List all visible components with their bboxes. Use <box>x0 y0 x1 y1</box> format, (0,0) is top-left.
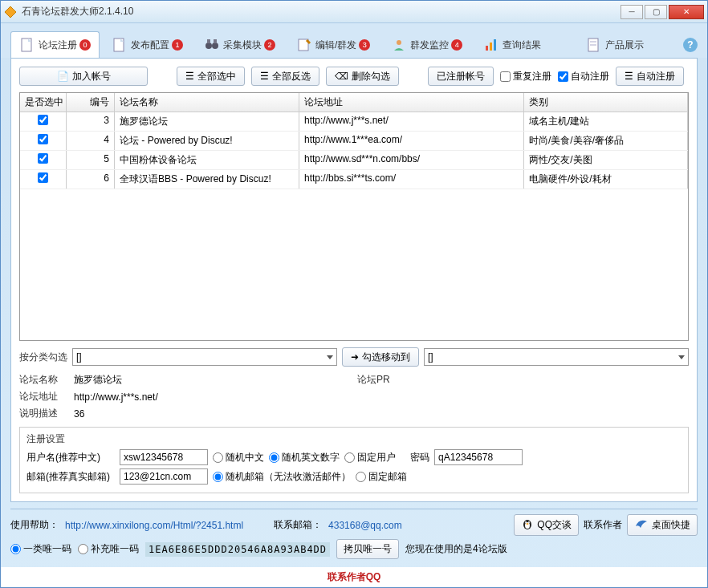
auto-register-button[interactable]: ☰自动注册 <box>616 67 684 86</box>
list-icon: ☰ <box>185 71 194 82</box>
category-filter-combo[interactable]: [] <box>72 348 337 366</box>
tab-label: 产品展示 <box>605 39 644 52</box>
fixed-email-radio[interactable]: 固定邮箱 <box>356 470 407 484</box>
table-row[interactable]: 3施罗德论坛http://www.j***s.net/域名主机/建站 <box>20 112 688 132</box>
row-name: 施罗德论坛 <box>115 112 299 131</box>
row-checkbox[interactable] <box>38 153 48 164</box>
svg-rect-7 <box>207 39 210 43</box>
random-alnum-radio[interactable]: 随机英文数字 <box>269 451 340 464</box>
tab-register[interactable]: 论坛注册 0 <box>10 31 100 58</box>
row-id: 4 <box>67 132 115 150</box>
row-url: http://bbs.si***ts.com/ <box>299 170 524 189</box>
app-icon <box>4 6 17 18</box>
svg-point-11 <box>397 40 401 45</box>
auto-register-checkbox[interactable]: 自动注册 <box>558 70 609 83</box>
repeat-register-checkbox[interactable]: 重复注册 <box>500 70 551 83</box>
forum-url-value: http://www.j***s.net/ <box>74 391 689 403</box>
delete-selected-button[interactable]: ⌫删除勾选 <box>326 67 399 86</box>
qq-chat-button[interactable]: QQ交谈 <box>514 514 579 536</box>
maximize-button[interactable]: ▢ <box>645 5 667 19</box>
list-icon: ☰ <box>260 71 269 82</box>
move-selected-button[interactable]: ➜勾选移动到 <box>342 347 419 367</box>
row-url: http://www.sd***n.com/bbs/ <box>299 151 524 169</box>
list-icon: ☰ <box>625 71 633 82</box>
random-chinese-radio[interactable]: 随机中文 <box>213 451 264 464</box>
svg-point-6 <box>212 43 218 49</box>
svg-rect-14 <box>494 39 496 51</box>
desktop-shortcut-button[interactable]: 桌面快捷 <box>627 514 698 536</box>
row-name: 论坛 - Powered by Discuz! <box>115 132 299 150</box>
col-id[interactable]: 编号 <box>67 93 115 112</box>
forum-url-label: 论坛地址 <box>19 390 67 403</box>
chevron%-down-icon <box>678 355 685 359</box>
col-name[interactable]: 论坛名称 <box>115 93 299 112</box>
user-icon <box>391 37 407 53</box>
tab-badge: 2 <box>264 39 275 51</box>
chevron-down-icon <box>327 355 333 359</box>
row-category: 域名主机/建站 <box>524 112 688 131</box>
col-category[interactable]: 类别 <box>524 93 688 112</box>
row-url: http://www.1***ea.com/ <box>299 132 524 150</box>
unique-code-value: 1EA6E86E5DDD20546A8A93AB4DD <box>145 542 330 557</box>
row-id: 5 <box>67 151 115 169</box>
row-checkbox[interactable] <box>38 172 48 183</box>
dolphin-icon <box>634 518 649 532</box>
svg-point-22 <box>527 523 529 525</box>
row-category: 时尚/美食/美容/奢侈品 <box>524 132 688 150</box>
row-url: http://www.j***s.net/ <box>299 112 524 131</box>
minimize-button[interactable]: ─ <box>621 5 643 19</box>
contact-author-label: 联系作者 <box>584 518 622 532</box>
invert-selection-button[interactable]: ☰全部反选 <box>251 67 319 86</box>
email-input[interactable] <box>120 468 208 485</box>
col-url[interactable]: 论坛地址 <box>299 93 524 112</box>
tab-results[interactable]: 查询结果 <box>474 31 550 58</box>
contact-email-link[interactable]: 433168@qq.com <box>328 520 402 531</box>
chart-icon <box>483 37 499 53</box>
select-all-button[interactable]: ☰全部选中 <box>177 67 245 86</box>
tab-monitor[interactable]: 群发监控 4 <box>382 31 471 58</box>
filter-label: 按分类勾选 <box>19 351 67 364</box>
page-icon <box>19 37 35 53</box>
row-checkbox[interactable] <box>38 134 48 144</box>
tab-label: 群发监控 <box>410 39 449 52</box>
add-account-button[interactable]: 📄 加入帐号 <box>19 67 148 86</box>
edit-icon <box>296 37 312 53</box>
forum-table: 是否选中 编号 论坛名称 论坛地址 类别 3施罗德论坛http://www.j*… <box>19 92 689 341</box>
binoculars-icon <box>204 37 220 53</box>
password-label: 密码 <box>410 451 429 464</box>
help-link[interactable]: http://www.xinxilong.com/Html/?2451.html <box>65 520 243 531</box>
tab-badge: 0 <box>79 39 91 51</box>
move-target-combo[interactable]: [] <box>424 348 689 366</box>
tab-products[interactable]: 产品展示 <box>577 31 653 58</box>
tab-publish[interactable]: 发布配置 1 <box>103 31 192 58</box>
close-button[interactable]: ✕ <box>669 5 704 19</box>
row-checkbox[interactable] <box>38 115 48 125</box>
row-category: 两性/交友/美图 <box>524 151 688 169</box>
tab-badge: 3 <box>359 39 370 51</box>
tab-collect[interactable]: 采集模块 2 <box>195 31 284 58</box>
window-title: 石青论坛群发大师2.1.4.10 <box>22 5 619 18</box>
password-input[interactable] <box>434 449 523 465</box>
code-type-a-radio[interactable]: 一类唯一码 <box>10 542 71 556</box>
table-row[interactable]: 6全球汉语BBS - Powered by Discuz!http://bbs.… <box>20 170 688 189</box>
table-row[interactable]: 5中国粉体设备论坛http://www.sd***n.com/bbs/两性/交友… <box>20 151 688 170</box>
tab-badge: 4 <box>451 39 462 51</box>
registered-accounts-button[interactable]: 已注册帐号 <box>428 67 494 86</box>
svg-rect-13 <box>490 43 492 51</box>
help-button[interactable]: ? <box>683 38 698 52</box>
col-selected[interactable]: 是否选中 <box>20 93 67 112</box>
tab-label: 采集模块 <box>223 39 262 52</box>
tab-label: 论坛注册 <box>39 39 77 52</box>
table-row[interactable]: 4论坛 - Powered by Discuz!http://www.1***e… <box>20 132 688 151</box>
forum-desc-value: 36 <box>74 408 689 420</box>
row-category: 电脑硬件/外设/耗材 <box>524 170 688 189</box>
eraser-icon: ⌫ <box>335 71 348 82</box>
fixed-user-radio[interactable]: 固定用户 <box>344 451 396 464</box>
forum-pr-label: 论坛PR <box>357 373 405 387</box>
code-type-b-radio[interactable]: 补充唯一码 <box>78 542 139 556</box>
svg-point-20 <box>525 521 527 523</box>
copy-code-button[interactable]: 拷贝唯一号 <box>336 539 399 559</box>
random-email-radio[interactable]: 随机邮箱（无法收激活邮件） <box>213 470 351 484</box>
username-input[interactable] <box>120 449 208 465</box>
tab-edit[interactable]: 编辑/群发 3 <box>287 31 379 58</box>
